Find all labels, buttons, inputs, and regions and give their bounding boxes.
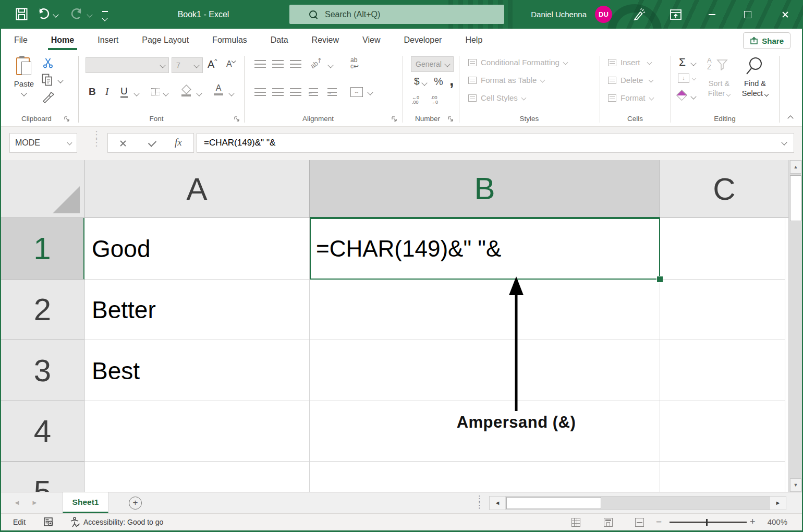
copy-icon[interactable] <box>42 74 53 88</box>
page-break-view-button[interactable] <box>635 518 644 527</box>
wrap-text-icon[interactable]: abc↩ <box>350 57 359 69</box>
search-input[interactable] <box>324 9 482 20</box>
borders-dropdown-icon[interactable] <box>163 90 168 96</box>
share-button[interactable]: Share <box>743 32 790 49</box>
row-header-5[interactable]: 5 <box>1 462 84 492</box>
formula-bar[interactable] <box>197 133 794 153</box>
paste-dropdown-icon[interactable] <box>21 90 27 96</box>
comma-style-button[interactable]: , <box>449 71 454 89</box>
accessibility-status[interactable]: Accessibility: Good to go <box>83 514 163 530</box>
insert-function-icon[interactable]: fx <box>175 137 182 148</box>
format-as-table-button[interactable]: Format as Table <box>468 76 544 84</box>
orientation-icon[interactable]: ab↗ <box>309 56 324 70</box>
format-cells-button[interactable]: Format <box>608 93 653 102</box>
align-left-icon[interactable] <box>254 88 266 96</box>
minimize-button[interactable] <box>695 0 728 29</box>
fill-dropdown-icon[interactable] <box>692 76 696 80</box>
zoom-in-button[interactable]: + <box>750 514 756 530</box>
fill-color-dropdown-icon[interactable] <box>196 90 202 96</box>
save-button[interactable] <box>16 8 28 22</box>
tab-home[interactable]: Home <box>50 29 75 52</box>
column-header-a[interactable]: A <box>84 160 310 218</box>
cancel-icon[interactable] <box>119 140 127 147</box>
cell-mode-indicator[interactable]: Edit <box>13 514 26 530</box>
horizontal-scrollbar[interactable]: ◄ ► <box>489 496 786 510</box>
align-middle-icon[interactable] <box>272 60 284 68</box>
name-box-dropdown-icon[interactable] <box>67 140 72 146</box>
redo-button[interactable] <box>70 7 84 23</box>
number-format-combo[interactable]: General <box>411 56 454 72</box>
feedback-pen-icon[interactable] <box>632 8 646 23</box>
vertical-scrollbar[interactable]: ▲ ▼ <box>788 160 802 492</box>
undo-dropdown-icon[interactable] <box>53 11 58 17</box>
bold-button[interactable]: B <box>89 86 96 98</box>
undo-button[interactable] <box>36 7 50 23</box>
redo-dropdown-icon[interactable] <box>87 11 92 17</box>
alignment-dialog-launcher[interactable] <box>391 116 397 122</box>
cell-a3[interactable]: Best <box>84 340 310 401</box>
tab-data[interactable]: Data <box>270 29 289 52</box>
find-select-button[interactable]: Find & Select <box>737 57 773 99</box>
row-header-1[interactable]: 1 <box>1 218 84 280</box>
align-top-icon[interactable] <box>254 60 266 68</box>
expand-formula-bar-icon[interactable] <box>781 139 787 145</box>
sheet-tab[interactable]: Sheet1 <box>63 492 108 513</box>
font-size-combo[interactable]: 7 <box>172 57 203 73</box>
avatar[interactable]: DU <box>595 6 612 23</box>
row-header-4[interactable]: 4 <box>1 401 84 462</box>
align-center-icon[interactable] <box>272 88 284 96</box>
tab-insert[interactable]: Insert <box>96 29 119 52</box>
vertical-scroll-thumb[interactable] <box>790 175 801 221</box>
font-name-combo[interactable] <box>86 57 169 73</box>
tab-review[interactable]: Review <box>311 29 340 52</box>
cell-b1-active[interactable]: =CHAR(149)&" "& <box>310 218 660 280</box>
macro-record-icon[interactable] <box>44 517 54 528</box>
horizontal-scroll-thumb[interactable] <box>506 497 601 509</box>
font-color-dropdown-icon[interactable] <box>228 90 234 96</box>
align-right-icon[interactable] <box>290 88 301 96</box>
tab-view[interactable]: View <box>361 29 381 52</box>
clipboard-dialog-launcher[interactable] <box>64 116 70 122</box>
close-button[interactable] <box>767 0 803 29</box>
increase-font-size-button[interactable]: A^ <box>208 58 217 70</box>
format-painter-icon[interactable] <box>42 91 54 105</box>
font-color-icon[interactable]: A <box>214 84 223 95</box>
cut-icon[interactable] <box>43 58 53 70</box>
scroll-up-button[interactable]: ▲ <box>790 160 801 174</box>
formula-bar-grip[interactable]: ⋮⋮ <box>92 131 101 147</box>
borders-icon[interactable] <box>151 88 160 95</box>
underline-dropdown-icon[interactable] <box>133 90 139 96</box>
merge-center-icon[interactable]: ↔ <box>350 87 363 97</box>
sheet-nav-right-icon[interactable]: ► <box>31 499 38 506</box>
increase-indent-icon[interactable]: → <box>327 88 337 98</box>
sheet-nav-left-icon[interactable]: ◄ <box>14 499 20 506</box>
accounting-dropdown-icon[interactable] <box>421 80 427 86</box>
maximize-button[interactable] <box>731 0 764 29</box>
ribbon-display-options-icon[interactable] <box>670 8 682 23</box>
fill-handle[interactable] <box>656 276 663 283</box>
cell-styles-button[interactable]: Cell Styles <box>468 93 526 102</box>
clear-button-icon[interactable] <box>676 90 687 101</box>
cell-a1[interactable]: Good <box>84 218 310 280</box>
tab-formulas[interactable]: Formulas <box>211 29 248 52</box>
collapse-ribbon-icon[interactable] <box>787 115 793 121</box>
merge-center-dropdown-icon[interactable] <box>367 89 373 95</box>
normal-view-button[interactable] <box>571 518 580 527</box>
autosum-dropdown-icon[interactable] <box>690 60 696 66</box>
copy-dropdown-icon[interactable] <box>57 77 63 83</box>
percent-style-button[interactable]: % <box>434 76 443 88</box>
zoom-level[interactable]: 400% <box>760 514 787 530</box>
tab-page-layout[interactable]: Page Layout <box>141 29 190 52</box>
scrollbar-grip[interactable]: ⋮⋮ <box>476 495 483 509</box>
select-all-corner[interactable] <box>1 160 84 218</box>
increase-decimal-icon[interactable]: ←0.00 <box>412 95 419 105</box>
clear-dropdown-icon[interactable] <box>690 93 696 99</box>
tab-developer[interactable]: Developer <box>403 29 443 52</box>
font-dialog-launcher[interactable] <box>234 116 240 122</box>
align-bottom-icon[interactable] <box>290 60 301 68</box>
user-name[interactable]: Daniel Uchenna <box>508 0 587 29</box>
page-layout-view-button[interactable] <box>604 518 613 527</box>
paste-button[interactable]: Paste <box>9 56 39 98</box>
tab-help[interactable]: Help <box>464 29 483 52</box>
row-header-2[interactable]: 2 <box>1 280 84 340</box>
